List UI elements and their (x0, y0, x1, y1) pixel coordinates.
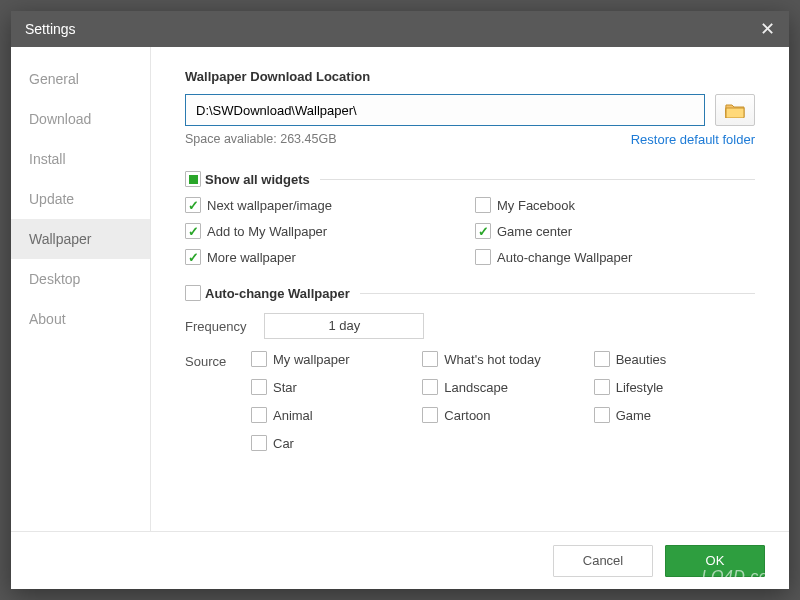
checkbox-next-wallpaper[interactable] (185, 197, 201, 213)
checkbox-more-wallpaper[interactable] (185, 249, 201, 265)
frequency-select[interactable]: 1 day (264, 313, 424, 339)
sidebar-item-update[interactable]: Update (11, 179, 150, 219)
checkbox-my-facebook[interactable] (475, 197, 491, 213)
space-available-text: Space avaliable: 263.45GB (185, 132, 337, 147)
checkbox-game-center[interactable] (475, 223, 491, 239)
source-my-wallpaper[interactable] (251, 351, 267, 367)
checkbox-add-to-my-wallpaper[interactable] (185, 223, 201, 239)
show-all-widgets-group: Show all widgets Next wallpaper/image My… (185, 167, 755, 265)
show-all-widgets-label: Show all widgets (205, 172, 310, 187)
source-car[interactable] (251, 435, 267, 451)
folder-icon (725, 102, 745, 118)
sidebar-item-desktop[interactable]: Desktop (11, 259, 150, 299)
source-landscape[interactable] (422, 379, 438, 395)
source-cartoon[interactable] (422, 407, 438, 423)
source-lifestyle[interactable] (594, 379, 610, 395)
source-label: Source (185, 351, 235, 451)
footer: Cancel OK (11, 531, 789, 589)
sidebar-item-general[interactable]: General (11, 59, 150, 99)
window-title: Settings (25, 21, 76, 37)
main-panel: Wallpaper Download Location Space aval (151, 47, 789, 531)
source-animal[interactable] (251, 407, 267, 423)
source-star[interactable] (251, 379, 267, 395)
download-path-input[interactable] (185, 94, 705, 126)
auto-change-label: Auto-change Wallpaper (205, 286, 350, 301)
ok-button[interactable]: OK (665, 545, 765, 577)
source-beauties[interactable] (594, 351, 610, 367)
close-icon[interactable]: ✕ (760, 18, 775, 40)
download-location-title: Wallpaper Download Location (185, 69, 755, 84)
show-all-widgets-checkbox[interactable] (185, 171, 201, 187)
cancel-button[interactable]: Cancel (553, 545, 653, 577)
browse-button[interactable] (715, 94, 755, 126)
checkbox-auto-change-widget[interactable] (475, 249, 491, 265)
frequency-label: Frequency (185, 319, 246, 334)
settings-window: Settings ✕ General Download Install Upda… (11, 11, 789, 589)
titlebar: Settings ✕ (11, 11, 789, 47)
auto-change-checkbox[interactable] (185, 285, 201, 301)
source-game[interactable] (594, 407, 610, 423)
sidebar-item-wallpaper[interactable]: Wallpaper (11, 219, 150, 259)
restore-default-link[interactable]: Restore default folder (631, 132, 755, 147)
auto-change-group: Auto-change Wallpaper Frequency 1 day So… (185, 281, 755, 451)
sidebar-item-install[interactable]: Install (11, 139, 150, 179)
source-whats-hot[interactable] (422, 351, 438, 367)
sidebar-item-about[interactable]: About (11, 299, 150, 339)
sidebar-item-download[interactable]: Download (11, 99, 150, 139)
sidebar: General Download Install Update Wallpape… (11, 47, 151, 531)
